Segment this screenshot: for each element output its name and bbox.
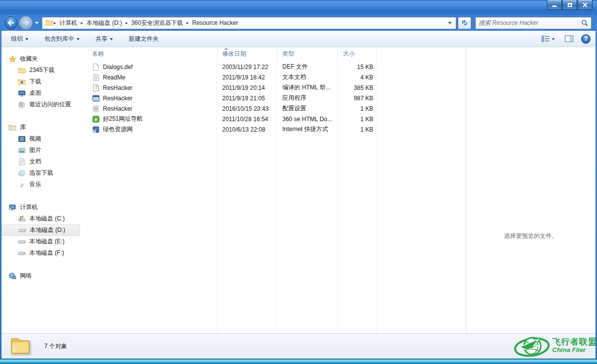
- file-size: 385 KB: [338, 84, 377, 91]
- file-type: 360 se HTML Do...: [277, 116, 338, 123]
- sidebar-item-videos[interactable]: 视频: [1, 133, 83, 145]
- file-size: 1 KB: [338, 105, 377, 112]
- share-button[interactable]: 共享: [91, 32, 117, 46]
- file-type: 编译的 HTML 帮...: [277, 83, 338, 92]
- navigation-pane: 收藏夹 2345下载 下载 桌面 最近访问的位置: [1, 47, 83, 333]
- help-icon: ?: [584, 35, 588, 42]
- search-input[interactable]: [479, 19, 581, 26]
- address-bar[interactable]: ▸ 计算机 ▸ 本地磁盘 (D:) ▸ 360安全浏览器下载 ▸ Resourc…: [42, 17, 456, 29]
- help-button[interactable]: ?: [581, 34, 591, 44]
- column-header-type[interactable]: 类型: [277, 47, 338, 60]
- file-row[interactable]: ⚙ ResHacker 2016/10/15 23:43 配置设置 1 KB: [83, 103, 466, 114]
- breadcrumb-resource-hacker[interactable]: Resource Hacker: [189, 19, 241, 26]
- toolbar-right-group: ?: [539, 34, 591, 44]
- file-row[interactable]: Dialogs.def 2003/11/29 17:22 DEF 文件 15 K…: [83, 62, 466, 72]
- sidebar-item-label: 2345下载: [29, 66, 55, 74]
- file-name: ResHacker: [103, 84, 132, 91]
- file-row[interactable]: 绿色资源网 2010/6/13 22:08 Internet 快捷方式 1 KB: [83, 124, 466, 135]
- internet-shortcut-icon: [92, 126, 100, 134]
- include-in-library-button[interactable]: 包含到库中: [40, 32, 84, 46]
- sidebar-item-local-disk-c[interactable]: 本地磁盘 (C:): [1, 213, 83, 224]
- file-size: 1 KB: [338, 126, 377, 133]
- close-button[interactable]: [578, 0, 593, 10]
- pictures-icon: [18, 146, 26, 154]
- file-type: 应用程序: [277, 94, 338, 102]
- breadcrumb-local-disk-d[interactable]: 本地磁盘 (D:): [84, 19, 125, 27]
- file-type: 配置设置: [277, 104, 338, 113]
- sidebar-item-label: 本地磁盘 (F:): [29, 249, 64, 257]
- sidebar-section-computer[interactable]: 计算机: [1, 202, 83, 213]
- preview-pane-button[interactable]: [562, 34, 576, 44]
- file-row[interactable]: ReadMe 2011/9/19 18:42 文本文档 4 KB: [83, 72, 466, 82]
- libraries-icon: [8, 124, 16, 132]
- forward-button[interactable]: [19, 16, 33, 30]
- search-icon[interactable]: [581, 19, 588, 26]
- def-file-icon: [92, 63, 100, 71]
- minimize-icon: [552, 5, 557, 7]
- drive-c-icon: [18, 215, 26, 223]
- sidebar-section-network[interactable]: 网络: [1, 270, 83, 282]
- preview-pane-icon: [565, 35, 574, 42]
- refresh-button[interactable]: [458, 17, 471, 29]
- sidebar-item-label: 图片: [29, 146, 41, 154]
- chevron-down-icon: [110, 38, 113, 40]
- sidebar-item-local-disk-f[interactable]: 本地磁盘 (F:): [1, 247, 83, 259]
- column-header-size[interactable]: 大小: [338, 47, 377, 60]
- file-name: ReadMe: [103, 74, 125, 81]
- thunder-downloads-icon: [18, 169, 26, 177]
- sidebar-gap: [1, 259, 83, 270]
- address-dropdown-icon[interactable]: [448, 22, 452, 24]
- sidebar-item-music[interactable]: ♪ 音乐: [1, 179, 83, 190]
- text-file-icon: [92, 73, 100, 81]
- breadcrumb-360-downloads[interactable]: 360安全浏览器下载: [128, 19, 186, 27]
- sidebar-item-label: 本地磁盘 (C:): [29, 215, 65, 223]
- change-view-button[interactable]: [539, 34, 557, 44]
- minimize-button[interactable]: [547, 0, 562, 10]
- organize-button[interactable]: 组织: [6, 32, 33, 46]
- file-type: DEF 文件: [277, 63, 338, 71]
- sidebar-item-pictures[interactable]: 图片: [1, 145, 83, 156]
- sidebar-item-local-disk-d[interactable]: 本地磁盘 (D:): [1, 224, 80, 236]
- sidebar-item-label: 本地磁盘 (D:): [30, 226, 65, 234]
- sidebar-item-2345-downloads[interactable]: 2345下载: [1, 65, 83, 76]
- file-row[interactable]: e 好251网址导航 2011/10/28 16:54 360 se HTML …: [83, 114, 466, 124]
- back-arrow-icon: [7, 20, 14, 26]
- sort-ascending-icon: [224, 48, 228, 50]
- window-controls: [547, 0, 593, 10]
- sidebar-item-downloads[interactable]: 下载: [1, 76, 83, 87]
- search-box[interactable]: [475, 17, 592, 29]
- music-icon: ♪: [18, 181, 26, 189]
- sidebar-item-thunder-downloads[interactable]: 迅雷下载: [1, 167, 83, 179]
- new-folder-button[interactable]: 新建文件夹: [124, 32, 163, 46]
- sidebar-section-favorites[interactable]: 收藏夹: [1, 53, 83, 65]
- sidebar-item-desktop[interactable]: 桌面: [1, 87, 83, 99]
- sidebar-item-local-disk-e[interactable]: 本地磁盘 (E:): [1, 236, 83, 247]
- file-list-pane: 名称 修改日期 类型 大小 Dialogs.def 2003/11/29 17:…: [83, 47, 466, 333]
- sidebar-item-label: 迅雷下载: [29, 169, 53, 177]
- svg-text:⚙: ⚙: [93, 106, 98, 112]
- recent-pages-chevron[interactable]: [35, 22, 39, 24]
- breadcrumb-computer[interactable]: 计算机: [57, 19, 81, 27]
- watermark-text: 飞行者联盟 China Flier: [552, 338, 597, 353]
- command-toolbar: 组织 包含到库中 共享 新建文件夹: [1, 31, 596, 47]
- maximize-button[interactable]: [562, 0, 577, 10]
- svg-text:e: e: [94, 116, 97, 122]
- file-date: 2010/6/13 22:08: [217, 126, 277, 133]
- back-button[interactable]: [4, 16, 18, 30]
- file-row[interactable]: ResHacker 2011/9/19 21:05 应用程序 987 KB: [83, 93, 466, 103]
- file-date: 2011/10/28 16:54: [217, 116, 277, 123]
- sidebar-item-label: 文档: [29, 157, 41, 166]
- file-name: 绿色资源网: [103, 125, 133, 134]
- file-rows: Dialogs.def 2003/11/29 17:22 DEF 文件 15 K…: [83, 60, 466, 135]
- chevron-down-icon: [552, 38, 555, 40]
- close-icon: [583, 2, 588, 7]
- svg-text:?: ?: [94, 85, 97, 90]
- sidebar-section-libraries[interactable]: 库: [1, 122, 83, 133]
- sidebar-item-recent-places[interactable]: 最近访问的位置: [1, 99, 83, 110]
- sidebar-item-label: 视频: [29, 135, 41, 143]
- file-row[interactable]: ? ResHacker 2011/9/19 20:14 编译的 HTML 帮..…: [83, 82, 466, 93]
- refresh-icon: [461, 19, 468, 26]
- column-header-name[interactable]: 名称: [83, 47, 217, 60]
- sidebar-item-documents[interactable]: 文档: [1, 156, 83, 167]
- folder-icon: [45, 19, 53, 27]
